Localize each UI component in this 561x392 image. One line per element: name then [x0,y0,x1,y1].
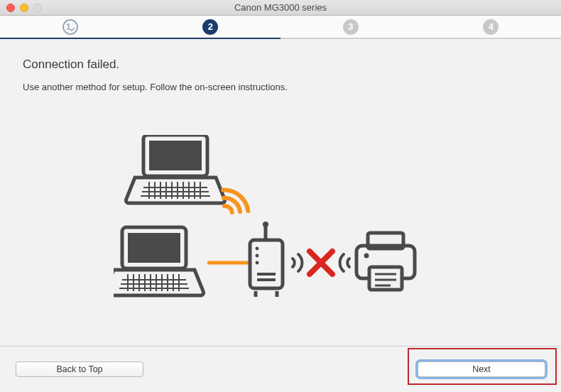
step-1-circle: 1 [62,19,78,35]
window-controls [0,4,42,12]
minimize-icon[interactable] [20,4,28,12]
step-4-circle: 4 [483,19,499,35]
laptop-bottom-icon [114,227,204,295]
next-button[interactable]: Next [418,361,545,377]
laptop-top-icon [126,135,224,203]
step-1: 1 [0,16,141,39]
svg-point-36 [256,247,259,251]
wifi-arcs-router-left-icon [293,254,302,271]
svg-rect-2 [149,141,202,170]
svg-point-45 [364,254,369,258]
error-x-icon [310,251,332,274]
window-title: Canon MG3000 series [0,2,561,13]
router-icon [250,222,283,297]
step-2: 2 [141,16,281,39]
content: Connection failed. Use another method fo… [0,39,561,104]
page-subtext: Use another method for setup. Follow the… [23,82,538,92]
step-3-circle: 3 [343,19,359,35]
svg-point-38 [256,261,259,265]
wifi-arcs-printer-icon [340,254,349,271]
back-to-top-button[interactable]: Back to Top [16,361,143,377]
next-label: Next [472,364,491,374]
step-2-circle: 2 [202,19,218,35]
zoom-icon [33,4,42,12]
step-4: 4 [421,16,562,39]
step-done-check-icon: 1 [65,21,76,33]
back-to-top-label: Back to Top [56,364,102,374]
close-icon[interactable] [6,4,15,12]
step-3: 3 [280,16,421,39]
svg-point-37 [256,254,259,258]
svg-rect-17 [128,233,180,263]
printer-icon [356,233,415,290]
svg-point-32 [263,222,268,227]
step-indicator: 1 2 3 4 [0,16,561,39]
svg-text:1: 1 [66,22,71,32]
page-title: Connection failed. [23,58,538,72]
titlebar: Canon MG3000 series [0,0,561,16]
footer: Back to Top Next [0,346,561,392]
connection-diagram [114,135,440,312]
